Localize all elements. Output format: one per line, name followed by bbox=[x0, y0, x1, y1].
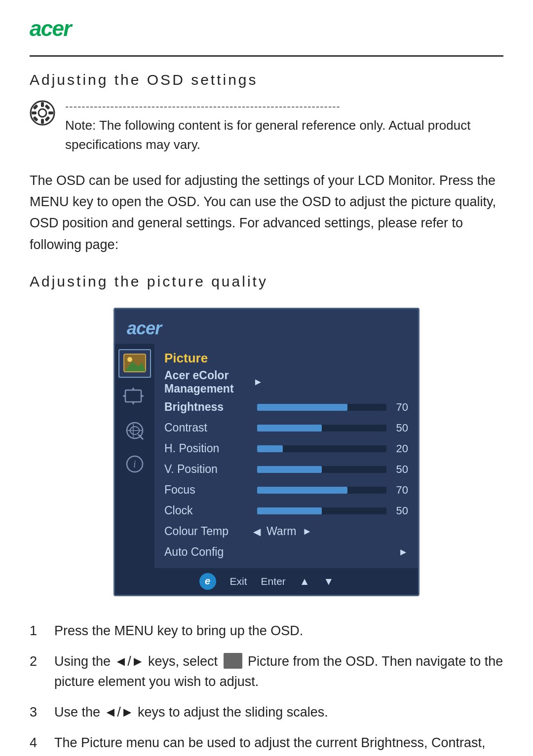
list-num-1: 1 bbox=[30, 621, 44, 642]
osd-label-colourtemp: Colour Temp bbox=[164, 525, 253, 538]
note-box: ----------------------------------------… bbox=[30, 100, 503, 154]
autoconfig-arrow: ► bbox=[398, 546, 408, 558]
clock-fill bbox=[257, 507, 322, 514]
note-dashes: ----------------------------------------… bbox=[65, 100, 503, 113]
vposition-value: 50 bbox=[390, 463, 408, 476]
osd-footer-e: e bbox=[199, 573, 216, 590]
brightness-fill bbox=[257, 404, 347, 411]
focus-slider bbox=[257, 487, 386, 494]
osd-footer-exit: Exit bbox=[230, 576, 247, 587]
osd-label-vposition: V. Position bbox=[164, 463, 253, 476]
ecolor-arrow: ► bbox=[253, 376, 263, 388]
section2-title: Adjusting the picture quality bbox=[30, 273, 503, 290]
note-icon bbox=[30, 100, 55, 126]
osd-item-autoconfig: Auto Config ► bbox=[164, 543, 408, 561]
colour-left-arrow: ◀ bbox=[253, 526, 261, 538]
colour-right-arrow: ► bbox=[302, 526, 312, 537]
osd-footer: e Exit Enter ▲ ▼ bbox=[115, 568, 418, 595]
clock-value: 50 bbox=[390, 504, 408, 517]
svg-rect-6 bbox=[48, 111, 53, 114]
osd-item-ecolor: Acer eColor Management ► bbox=[164, 369, 408, 396]
osd-section-label: Picture bbox=[164, 351, 408, 366]
vposition-fill bbox=[257, 466, 322, 473]
picture-icon-inline bbox=[224, 653, 242, 669]
osd-label-brightness: Brightness bbox=[164, 400, 253, 414]
osd-label-contrast: Contrast bbox=[164, 421, 253, 434]
svg-rect-4 bbox=[41, 119, 44, 124]
enter-label: Enter bbox=[261, 576, 286, 587]
brightness-value: 70 bbox=[390, 401, 408, 414]
osd-main: Picture Acer eColor Management ► Brightn… bbox=[154, 344, 418, 568]
osd-container: acer bbox=[114, 308, 419, 596]
svg-rect-10 bbox=[44, 116, 50, 121]
osd-icon-position bbox=[118, 383, 151, 411]
hposition-fill bbox=[257, 445, 283, 452]
osd-icon-picture bbox=[118, 349, 151, 378]
acer-logo-top: acer bbox=[30, 15, 84, 42]
main-content: Adjusting the OSD settings -------------… bbox=[0, 57, 533, 756]
colour-controls: ◀ Warm ► bbox=[253, 525, 408, 538]
list-num-4: 4 bbox=[30, 733, 44, 754]
svg-text:acer: acer bbox=[30, 16, 73, 40]
list-content-2: Using the ◄/► keys, select Picture from … bbox=[54, 651, 503, 693]
svg-marker-21 bbox=[132, 388, 135, 390]
svg-rect-15 bbox=[125, 390, 141, 402]
note-text: Note: The following content is for gener… bbox=[65, 116, 503, 154]
svg-rect-9 bbox=[44, 104, 50, 109]
list-num-2: 2 bbox=[30, 651, 44, 672]
list-content-4: The Picture menu can be used to adjust t… bbox=[54, 733, 503, 756]
focus-value: 70 bbox=[390, 484, 408, 497]
colour-warm-label: Warm bbox=[266, 525, 296, 538]
osd-label-clock: Clock bbox=[164, 504, 253, 517]
vposition-slider bbox=[257, 466, 386, 473]
svg-rect-3 bbox=[41, 102, 44, 107]
hposition-slider bbox=[257, 445, 386, 452]
osd-body: i Picture Acer eColor Management ► Brigh… bbox=[115, 344, 418, 568]
svg-marker-17 bbox=[123, 395, 125, 397]
osd-item-contrast: Contrast 50 bbox=[164, 419, 408, 437]
osd-sidebar: i bbox=[115, 344, 154, 568]
instruction-list: 1 Press the MENU key to bring up the OSD… bbox=[30, 621, 503, 756]
osd-footer-enter: Enter bbox=[261, 576, 286, 587]
osd-item-vposition: V. Position 50 bbox=[164, 461, 408, 478]
osd-logo: acer bbox=[127, 318, 161, 338]
osd-item-focus: Focus 70 bbox=[164, 481, 408, 499]
clock-slider bbox=[257, 507, 386, 514]
down-label: ▼ bbox=[324, 576, 334, 587]
list-num-3: 3 bbox=[30, 702, 44, 723]
osd-item-clock: Clock 50 bbox=[164, 502, 408, 520]
osd-header: acer bbox=[115, 309, 418, 344]
section1-title: Adjusting the OSD settings bbox=[30, 72, 503, 88]
list-item-1: 1 Press the MENU key to bring up the OSD… bbox=[30, 621, 503, 642]
e-label: e bbox=[205, 576, 210, 587]
list-item-4: 4 The Picture menu can be used to adjust… bbox=[30, 733, 503, 756]
osd-item-hposition: H. Position 20 bbox=[164, 440, 408, 458]
osd-label-ecolor: Acer eColor Management bbox=[164, 369, 253, 396]
svg-rect-5 bbox=[32, 111, 37, 114]
exit-label: Exit bbox=[230, 576, 247, 587]
note-text-block: ----------------------------------------… bbox=[65, 100, 503, 154]
osd-footer-down: ▼ bbox=[324, 576, 334, 587]
osd-label-autoconfig: Auto Config bbox=[164, 545, 253, 559]
up-label: ▲ bbox=[300, 576, 310, 587]
list-item-2: 2 Using the ◄/► keys, select Picture fro… bbox=[30, 651, 503, 693]
osd-label-hposition: H. Position bbox=[164, 442, 253, 455]
hposition-value: 20 bbox=[390, 442, 408, 455]
contrast-value: 50 bbox=[390, 422, 408, 434]
osd-footer-up: ▲ bbox=[300, 576, 310, 587]
page-header: acer bbox=[0, 0, 533, 45]
svg-marker-23 bbox=[132, 402, 135, 404]
focus-fill bbox=[257, 487, 347, 494]
gear-icon bbox=[30, 100, 55, 126]
svg-marker-19 bbox=[141, 395, 144, 397]
osd-label-focus: Focus bbox=[164, 483, 253, 497]
brightness-slider bbox=[257, 404, 386, 411]
osd-item-colourtemp: Colour Temp ◀ Warm ► bbox=[164, 523, 408, 540]
body-text: The OSD can be used for adjusting the se… bbox=[30, 170, 503, 255]
list-content-1: Press the MENU key to bring up the OSD. bbox=[54, 621, 503, 642]
svg-text:i: i bbox=[133, 459, 136, 469]
svg-point-12 bbox=[127, 357, 132, 362]
osd-icon-osd bbox=[118, 416, 151, 445]
e-icon: e bbox=[199, 573, 216, 590]
contrast-fill bbox=[257, 425, 322, 432]
